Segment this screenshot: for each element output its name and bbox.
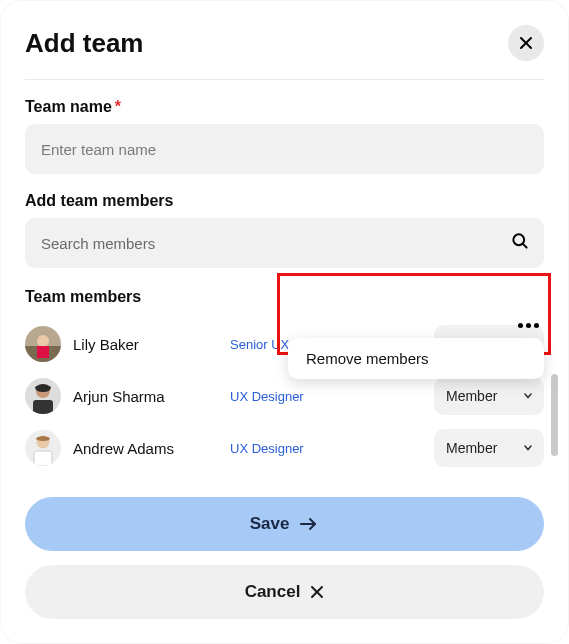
chevron-down-icon — [524, 393, 532, 399]
chevron-down-icon — [524, 445, 532, 451]
search-wrap — [25, 218, 544, 268]
close-icon — [310, 585, 324, 599]
member-name: Lily Baker — [73, 336, 218, 353]
team-name-input[interactable] — [25, 124, 544, 174]
member-actions-menu-button[interactable] — [514, 315, 542, 335]
role-select[interactable]: Member — [434, 377, 544, 415]
search-members-input[interactable] — [25, 218, 544, 268]
team-members-label: Team members — [25, 288, 544, 306]
team-name-label: Team name* — [25, 98, 544, 116]
member-actions-popover: Remove members — [288, 338, 544, 379]
role-select-value: Member — [446, 388, 497, 404]
avatar — [25, 430, 61, 466]
svg-rect-10 — [33, 400, 53, 414]
members-list: Remove members Lily Baker Senior UX Desi… — [25, 318, 544, 474]
remove-members-action[interactable]: Remove members — [306, 350, 526, 367]
member-role: UX Designer — [230, 389, 422, 404]
search-icon[interactable] — [510, 231, 530, 255]
svg-rect-13 — [34, 451, 52, 466]
role-select-value: Member — [446, 440, 497, 456]
arrow-right-icon — [299, 516, 319, 532]
required-marker: * — [115, 98, 121, 115]
scrollbar-thumb[interactable] — [551, 374, 558, 456]
modal-buttons: Save Cancel — [25, 497, 544, 619]
save-button[interactable]: Save — [25, 497, 544, 551]
cancel-button[interactable]: Cancel — [25, 565, 544, 619]
svg-point-6 — [37, 335, 49, 347]
svg-line-3 — [523, 244, 527, 248]
modal-header: Add team — [25, 25, 544, 80]
avatar — [25, 326, 61, 362]
add-team-modal: Add team Team name* Add team members Tea… — [0, 0, 569, 644]
team-name-group: Team name* — [25, 98, 544, 174]
add-members-group: Add team members — [25, 192, 544, 268]
svg-rect-7 — [37, 346, 49, 358]
add-members-label: Add team members — [25, 192, 544, 210]
avatar — [25, 378, 61, 414]
modal-title: Add team — [25, 28, 143, 59]
save-button-label: Save — [250, 514, 290, 534]
member-role: UX Designer — [230, 441, 422, 456]
close-button[interactable] — [508, 25, 544, 61]
cancel-button-label: Cancel — [245, 582, 301, 602]
close-icon — [519, 36, 533, 50]
role-select[interactable]: Member — [434, 429, 544, 467]
member-name: Andrew Adams — [73, 440, 218, 457]
member-row: Andrew Adams UX Designer Member — [25, 422, 544, 474]
member-name: Arjun Sharma — [73, 388, 218, 405]
